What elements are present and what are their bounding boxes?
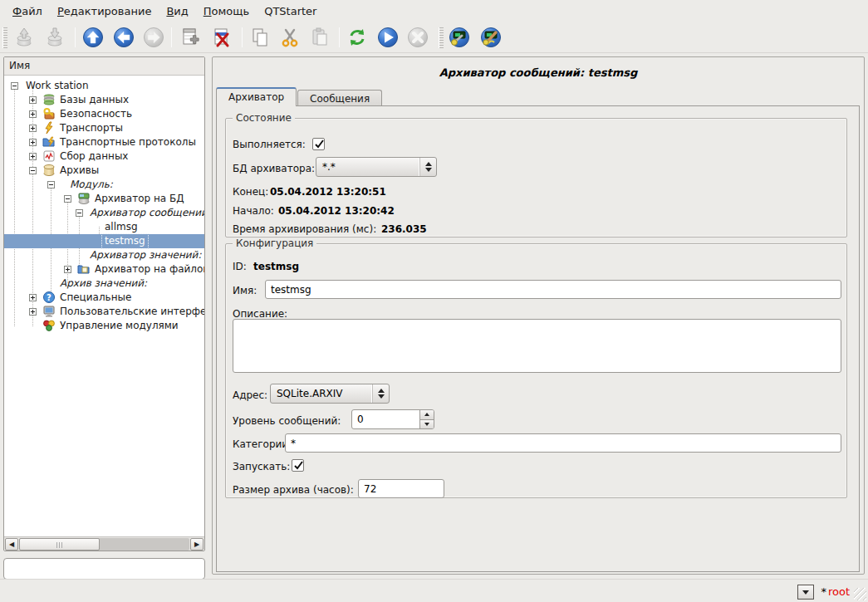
description-textarea[interactable]: [233, 319, 841, 373]
load-from-db-icon: [13, 27, 35, 48]
config-groupbox: Конфигурация ID: testmsg Имя: Описание: …: [225, 243, 847, 498]
spin-down-button[interactable]: [419, 420, 434, 429]
tree-item-module-management[interactable]: Управление модулями: [4, 319, 204, 333]
collapse-toggle[interactable]: [47, 181, 55, 188]
paste-item-button[interactable]: [307, 25, 332, 50]
go-forward-button[interactable]: [141, 25, 166, 50]
security-keys-icon: [42, 107, 56, 120]
tree-item-testmsg[interactable]: testmsg: [4, 234, 204, 248]
clipboard-paste-icon: [309, 27, 331, 48]
scroll-left-button[interactable]: ◀: [5, 538, 18, 551]
tab-messages[interactable]: Сообщения: [297, 90, 382, 106]
spin-up-button[interactable]: [419, 410, 434, 420]
menu-view[interactable]: Вид: [159, 2, 195, 21]
delete-item-icon: [211, 27, 233, 48]
expand-toggle[interactable]: [29, 125, 37, 132]
menu-help[interactable]: Помощь: [196, 2, 257, 21]
collapse-toggle[interactable]: [76, 209, 83, 217]
configurator-icon: [448, 26, 471, 49]
address-combobox[interactable]: SQLite.ARXIV: [270, 384, 390, 404]
collapse-toggle[interactable]: [11, 82, 18, 90]
config-group-title: Конфигурация: [233, 237, 316, 249]
toolbar-separator: [339, 27, 340, 47]
tree-item-transport-protocols[interactable]: Транспортные протоколы: [4, 135, 204, 149]
cut-item-button[interactable]: [277, 25, 302, 50]
page-title: Архиватор сообщений: testmsg: [213, 66, 864, 79]
tree-filter-input[interactable]: [3, 558, 205, 580]
play-icon: [376, 26, 400, 49]
tree-item-value-archiver-category[interactable]: Архиватор значений:: [4, 248, 204, 262]
toolbar-separator: [171, 27, 172, 47]
toolbar-handle[interactable]: [439, 27, 444, 48]
message-level-spinbox[interactable]: [351, 409, 434, 429]
archive-size-label: Размер архива (часов):: [233, 484, 354, 496]
tree-item-value-archive-category[interactable]: Архив значений:: [4, 277, 204, 291]
go-up-button[interactable]: [81, 25, 105, 50]
spin-buttons: [419, 410, 434, 428]
tree-item-module-category[interactable]: Модуль:: [4, 178, 204, 192]
tree-item-fs-archiver[interactable]: Архиватор на файлов: [4, 262, 204, 277]
go-back-button[interactable]: [111, 25, 136, 50]
toolbar: [0, 22, 868, 53]
vision-icon: [479, 26, 503, 49]
to-run-checkbox[interactable]: [292, 459, 304, 472]
tree-item-data-acquisition[interactable]: Сбор данных: [4, 149, 204, 164]
current-user[interactable]: root: [828, 585, 850, 598]
statusbar-dropdown-button[interactable]: [797, 585, 814, 600]
tree-view[interactable]: Work station Базы данных Безопасность: [4, 76, 204, 536]
collapse-toggle[interactable]: [64, 195, 71, 203]
expand-toggle[interactable]: [29, 153, 37, 160]
stop-button[interactable]: [405, 25, 430, 50]
combobox-arrows-icon: [372, 384, 389, 403]
delete-item-button[interactable]: [209, 25, 234, 50]
copy-icon: [249, 27, 271, 48]
expand-toggle[interactable]: [29, 139, 37, 146]
archiver-db-value: *.*: [316, 161, 419, 173]
refresh-item-button[interactable]: [345, 25, 370, 50]
tree-item-specials[interactable]: ? Специальные: [4, 291, 204, 305]
scrollbar-thumb[interactable]: [19, 538, 100, 551]
tree-item-user-interfaces[interactable]: Пользовательские интерфей: [4, 305, 204, 319]
archive-size-input[interactable]: [358, 479, 444, 498]
running-checkbox[interactable]: [312, 138, 325, 150]
back-arrow-icon: [112, 26, 135, 49]
tree-item-transports[interactable]: Транспорты: [4, 121, 204, 135]
tab-bar: Архиватор Сообщения: [216, 87, 383, 106]
toolbar-handle[interactable]: [2, 27, 7, 48]
tree-item-message-archiver-category[interactable]: Архиватор сообщений:: [4, 206, 204, 220]
load-from-db-button[interactable]: [12, 25, 37, 50]
start-button[interactable]: [375, 25, 400, 50]
menu-edit[interactable]: Редактирование: [50, 2, 159, 21]
collapse-toggle[interactable]: [29, 167, 37, 174]
expand-toggle[interactable]: [29, 96, 37, 104]
message-categories-input[interactable]: [285, 433, 841, 453]
status-groupbox: Состояние Выполняется: БД архиватора: *.…: [225, 118, 847, 237]
menu-qtstarter[interactable]: QTStarter: [257, 2, 324, 21]
scroll-right-button[interactable]: ▶: [190, 538, 204, 551]
add-item-button[interactable]: [179, 25, 204, 50]
menu-file[interactable]: Файл: [5, 2, 50, 21]
tree-item-db-archiver[interactable]: Архиватор на БД: [4, 192, 204, 206]
tree-item-databases[interactable]: Базы данных: [4, 93, 204, 107]
tree-item-archives[interactable]: Архивы: [4, 164, 204, 178]
archiver-db-combobox[interactable]: *.*: [316, 157, 437, 177]
expand-toggle[interactable]: [29, 294, 37, 301]
lightning-icon: [42, 121, 56, 135]
tree-item-workstation[interactable]: Work station: [4, 79, 204, 93]
message-level-input[interactable]: [352, 410, 419, 428]
tree-horizontal-scrollbar[interactable]: ◀ ▶: [4, 536, 204, 551]
name-input[interactable]: [265, 280, 841, 299]
vision-runtime-button[interactable]: [478, 25, 503, 50]
tree-item-allmsg[interactable]: allmsg: [4, 220, 204, 234]
expand-toggle[interactable]: [64, 266, 71, 273]
expand-toggle[interactable]: [29, 308, 37, 316]
tab-archiver[interactable]: Архиватор: [216, 87, 297, 106]
resize-grip-icon[interactable]: [854, 588, 866, 600]
expand-toggle[interactable]: [29, 110, 37, 118]
save-to-db-button[interactable]: [42, 25, 67, 50]
copy-item-button[interactable]: [248, 25, 272, 50]
scrollbar-track[interactable]: [19, 538, 189, 551]
navigation-tree-panel: Имя Work station Базы данных: [3, 56, 205, 551]
qtcfg-configurator-button[interactable]: [447, 25, 472, 50]
tree-item-security[interactable]: Безопасность: [4, 107, 204, 121]
